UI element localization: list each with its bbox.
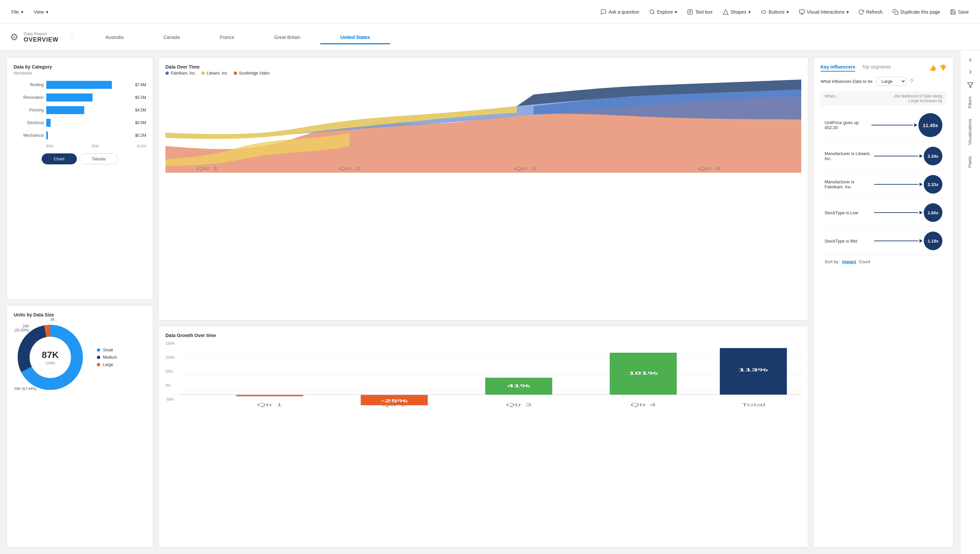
svg-text:Total: Total <box>741 403 766 407</box>
thumbs-up-btn[interactable]: 👍 <box>929 64 936 72</box>
ki-label-2: Manufacturer is Litware, Inc. <box>825 151 874 161</box>
buttons-btn[interactable]: Buttons ▾ <box>756 6 793 18</box>
growth-grid: -25% 41% 101% 113% Qtr 1 Qtr 2 Qtr 3 <box>179 341 801 408</box>
ki-tabs: Key influencers Top segments 👍 👎 <box>821 64 947 72</box>
page-tabs: ⚙ Data Report OVERVIEW Australia Canada … <box>0 24 980 51</box>
page-tab-australia[interactable]: Australia <box>86 31 143 44</box>
bar-fill <box>46 94 92 102</box>
bar-label: Electrical <box>14 121 44 125</box>
help-icon[interactable]: ? <box>910 78 913 84</box>
bar-fill <box>46 81 112 89</box>
svg-text:Qtr 1: Qtr 1 <box>257 403 283 407</box>
chart-btn[interactable]: Chart <box>41 153 77 164</box>
legend-litware: Litware, Inc. <box>201 71 228 76</box>
svg-line-1 <box>653 13 655 14</box>
donut-center: 87K Units <box>41 349 59 365</box>
page-tab-great-britain[interactable]: Great Britain <box>254 31 320 44</box>
toolbar: File ▾ View ▾ Ask a question Explore ▾ T… <box>0 0 980 24</box>
ki-filter-select[interactable]: Large Small Medium <box>876 77 906 86</box>
toolbar-center: Ask a question Explore ▾ Text box Shapes… <box>596 6 854 18</box>
save-btn[interactable]: Save <box>945 6 974 18</box>
ki-circle-2: 2.34x <box>924 147 942 166</box>
right-column: Key influencers Top segments 👍 👎 What in… <box>814 57 953 548</box>
bar-track <box>46 106 131 114</box>
bar-track <box>46 131 131 139</box>
stream-chart: Qtr 1 Qtr 2 Qtr 3 Qtr 4 2014 <box>166 80 801 173</box>
tab-key-influencers[interactable]: Key influencers <box>821 64 855 72</box>
ki-controls: 👍 👎 <box>929 64 947 72</box>
tabular-btn[interactable]: Tabular <box>80 153 118 164</box>
legend-dot-medium <box>97 356 100 359</box>
bar-row-flooring: Flooring $4.5M <box>14 106 146 114</box>
filter-icon <box>967 82 974 89</box>
legend-large: Large <box>97 362 117 367</box>
thumbs-down-btn[interactable]: 👎 <box>939 64 947 72</box>
svg-text:Qtr 2: Qtr 2 <box>338 166 360 171</box>
bar-track <box>46 119 131 127</box>
bar-row-roofing: Roofing $7.8M <box>14 81 146 89</box>
bar-value: $0.2M <box>135 133 146 138</box>
sidebar-fields[interactable]: Fields <box>965 151 976 173</box>
page-tab-france[interactable]: France <box>200 31 254 44</box>
svg-text:101%: 101% <box>628 371 658 375</box>
legend-dot-litware <box>201 72 205 75</box>
donut-label-3k: 3K <box>50 317 54 322</box>
page-tab-united-states[interactable]: United States <box>320 31 390 44</box>
svg-marker-42 <box>919 183 923 186</box>
refresh-icon <box>858 9 864 15</box>
svg-text:Qtr 3: Qtr 3 <box>506 403 532 407</box>
ask-question-btn[interactable]: Ask a question <box>596 6 644 18</box>
explore-btn[interactable]: Explore ▾ <box>644 6 682 18</box>
duplicate-page-btn[interactable]: Duplicate this page <box>888 6 945 18</box>
buttons-icon <box>761 9 766 15</box>
legend-dot-small <box>97 349 100 352</box>
data-by-category-subtitle: Worldwide <box>14 71 146 76</box>
page-tab-canada[interactable]: Canada <box>143 31 200 44</box>
ki-arrow-2 <box>874 153 924 159</box>
side-panel-area: Filters Visualizations Fields <box>960 51 980 554</box>
sidebar-filters[interactable]: Filters <box>965 91 976 113</box>
data-growth-title: Data Growth Over time <box>166 333 801 338</box>
ki-circle-3: 2.33x <box>924 175 942 194</box>
data-over-time-panel: Data Over Time Fabrikam, Inc. Litware, I… <box>158 57 808 320</box>
arrow-icon <box>918 153 924 159</box>
bar-value: $5.5M <box>135 95 146 100</box>
shapes-btn[interactable]: Shapes ▾ <box>718 6 755 18</box>
arrow-icon <box>918 181 924 187</box>
tab-top-segments[interactable]: Top segments <box>862 64 891 72</box>
ki-row-3: Manufacturer is Fabrikam, Inc. 2.33x <box>821 170 947 199</box>
data-over-time-title: Data Over Time <box>166 64 801 70</box>
donut-label-59k: 59K (67.44%) <box>14 387 37 391</box>
ki-label-5: StockType is Mid <box>825 239 874 244</box>
visual-interactions-btn[interactable]: Visual interactions ▾ <box>794 6 854 18</box>
svg-text:Qtr 3: Qtr 3 <box>514 166 536 171</box>
legend-dot-large <box>97 363 100 366</box>
dashboard-content: Data by Category Worldwide Roofing $7.8M… <box>0 51 960 554</box>
collapse-arrow[interactable] <box>964 54 976 66</box>
save-icon <box>950 9 956 15</box>
file-menu[interactable]: File ▾ <box>6 6 28 17</box>
chart-toggle: Chart Tabular <box>14 153 146 164</box>
ki-arrow-3 <box>874 181 924 187</box>
key-influencers-panel: Key influencers Top segments 👍 👎 What in… <box>814 57 953 548</box>
textbox-icon <box>687 9 693 15</box>
report-subtitle: Data Report <box>24 31 59 36</box>
sort-impact-link[interactable]: Impact <box>842 259 856 264</box>
ki-arrow-4 <box>874 210 924 215</box>
legend-dot-southridge <box>234 72 237 75</box>
ki-arrow-5 <box>874 238 924 244</box>
svg-text:Qtr 1: Qtr 1 <box>196 166 218 171</box>
sidebar-visualizations[interactable]: Visualizations <box>965 113 976 150</box>
bar-value: $0.5M <box>135 121 146 125</box>
svg-rect-7 <box>761 11 766 13</box>
legend-small: Small <box>97 348 117 352</box>
refresh-btn[interactable]: Refresh <box>854 6 887 18</box>
textbox-btn[interactable]: Text box <box>682 6 717 18</box>
arrow-icon <box>918 210 924 215</box>
expand-arrow[interactable] <box>964 66 976 78</box>
filters-icon-area[interactable] <box>964 79 976 91</box>
data-growth-panel: Data Growth Over time 150% 100% 50% 0% -… <box>158 326 808 548</box>
legend-fabrikam: Fabrikam, Inc. <box>166 71 196 76</box>
view-menu[interactable]: View ▾ <box>29 6 53 17</box>
svg-text:41%: 41% <box>507 384 530 388</box>
